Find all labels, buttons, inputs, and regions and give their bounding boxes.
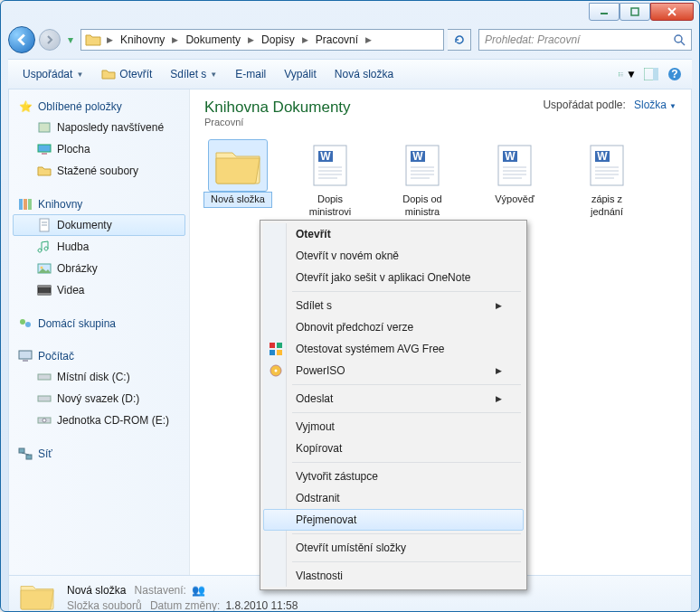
computer-header[interactable]: Počítač (13, 346, 185, 366)
status-type: Složka souborů (67, 599, 142, 612)
file-label: Dopis od ministra (389, 193, 456, 220)
search-input[interactable]: Prohledat: Pracovní (478, 29, 692, 51)
ctx-open-new-window[interactable]: Otevřít v novém okně (263, 245, 524, 267)
address-bar[interactable]: ▶ Knihovny▶ Dokumenty▶ Dopisy▶ Pracovní▶ (80, 29, 444, 51)
file-item-doc[interactable]: W Dopis od ministra (389, 140, 456, 220)
nav-forward-button[interactable] (39, 29, 61, 51)
svg-text:W: W (597, 150, 608, 163)
svg-point-31 (25, 322, 31, 327)
ctx-open-onenote[interactable]: Otevřít jako sešit v aplikaci OneNote (263, 267, 524, 288)
svg-point-4 (675, 35, 682, 42)
sidebar-item-music[interactable]: Hudba (13, 236, 185, 258)
open-button[interactable]: Otevřít (94, 63, 159, 85)
network-header[interactable]: Síť (13, 444, 185, 464)
svg-rect-1 (631, 8, 639, 15)
svg-text:W: W (505, 150, 516, 163)
ctx-properties[interactable]: Vlastnosti (263, 565, 524, 587)
drive-icon (37, 370, 52, 384)
close-button[interactable] (650, 3, 694, 21)
recent-icon (37, 120, 52, 135)
navigation-sidebar: ⭐Oblíbené položky Naposledy navštívené P… (9, 89, 190, 575)
ctx-open-location[interactable]: Otevřít umístění složky (263, 537, 524, 559)
svg-text:W: W (412, 150, 423, 163)
status-date-label: Datum změny: (150, 599, 220, 612)
nav-back-button[interactable] (8, 26, 35, 53)
sidebar-item-pictures[interactable]: Obrázky (13, 258, 185, 279)
sidebar-item-drive-d[interactable]: Nový svazek (D:) (13, 388, 185, 410)
ctx-cut[interactable]: Vyjmout (263, 416, 524, 438)
homegroup-header[interactable]: Domácí skupina (13, 314, 185, 334)
folder-icon (85, 32, 101, 48)
ctx-open[interactable]: Otevřít (263, 223, 524, 245)
email-button[interactable]: E-mail (228, 64, 273, 84)
breadcrumb-seg[interactable]: Pracovní (310, 30, 364, 50)
ctx-poweriso[interactable]: PowerISO▶ (263, 360, 524, 381)
sidebar-item-desktop[interactable]: Plocha (13, 138, 185, 160)
file-item-folder[interactable]: Nová složka (204, 140, 271, 220)
svg-rect-19 (19, 199, 23, 210)
music-icon (37, 240, 52, 254)
search-placeholder: Prohledat: Pracovní (485, 33, 580, 46)
refresh-button[interactable] (448, 29, 471, 51)
svg-rect-10 (620, 74, 623, 75)
ctx-delete[interactable]: Odstranit (263, 487, 524, 509)
ctx-rename[interactable]: Přejmenovat (263, 509, 524, 531)
svg-rect-69 (270, 343, 275, 348)
sidebar-item-downloads[interactable]: Stažené soubory (13, 160, 185, 182)
arrange-by-value[interactable]: Složka (634, 99, 667, 111)
status-name: Nová složka (67, 584, 126, 597)
svg-rect-34 (38, 374, 51, 380)
svg-line-5 (681, 42, 685, 45)
breadcrumb-seg[interactable]: Dokumenty (180, 30, 246, 50)
svg-rect-28 (38, 286, 51, 287)
favorites-header[interactable]: ⭐Oblíbené položky (13, 97, 185, 117)
preview-pane-button[interactable] (641, 64, 661, 84)
word-doc-icon: W (578, 140, 636, 191)
ctx-restore[interactable]: Obnovit předchozí verze (263, 316, 524, 338)
view-mode-button[interactable]: ▼ (618, 64, 638, 84)
sidebar-item-drive-c[interactable]: Místní disk (C:) (13, 366, 185, 388)
organize-button[interactable]: Uspořádat▼ (15, 64, 90, 84)
breadcrumb-seg[interactable]: Dopisy (256, 30, 300, 50)
file-item-doc[interactable]: W Výpověď (481, 140, 548, 220)
ctx-copy[interactable]: Kopírovat (263, 438, 524, 459)
breadcrumb-seg[interactable]: Knihovny (115, 30, 170, 50)
ctx-share[interactable]: Sdílet s▶ (263, 295, 524, 316)
svg-rect-8 (619, 75, 620, 76)
svg-line-40 (22, 453, 29, 455)
burn-button[interactable]: Vypálit (277, 64, 324, 84)
sidebar-item-recent[interactable]: Naposledy navštívené (13, 117, 185, 138)
svg-rect-9 (620, 72, 623, 73)
library-subtitle: Pracovní (204, 117, 351, 127)
drive-icon (37, 391, 52, 406)
libraries-header[interactable]: Knihovny (13, 194, 185, 214)
svg-rect-33 (23, 360, 28, 362)
svg-rect-11 (620, 76, 623, 77)
svg-rect-21 (28, 199, 32, 210)
help-button[interactable]: ? (665, 64, 685, 84)
folder-icon (209, 140, 267, 191)
sidebar-item-drive-e[interactable]: Jednotka CD-ROM (E:) (13, 410, 185, 431)
word-doc-icon: W (486, 140, 544, 191)
word-doc-icon: W (393, 140, 451, 191)
file-label: Nová složka (204, 193, 271, 207)
ctx-shortcut[interactable]: Vytvořit zástupce (263, 466, 524, 487)
file-item-doc[interactable]: W zápis z jednání (573, 140, 640, 220)
network-icon (18, 447, 33, 461)
sidebar-item-documents[interactable]: Dokumenty (13, 214, 185, 236)
svg-rect-7 (619, 74, 620, 75)
ctx-send[interactable]: Odeslat▶ (263, 388, 524, 410)
minimize-button[interactable] (589, 3, 620, 21)
cd-drive-icon (37, 413, 52, 428)
context-menu: Otevřít Otevřít v novém okně Otevřít jak… (260, 220, 527, 590)
ctx-avg[interactable]: Otestovat systémem AVG Free (263, 338, 524, 360)
arrange-by[interactable]: Uspořádat podle: Složka ▼ (543, 99, 676, 111)
share-button[interactable]: Sdílet s▼ (163, 64, 224, 84)
sidebar-item-videos[interactable]: Videa (13, 279, 185, 301)
svg-rect-13 (653, 68, 658, 80)
svg-rect-18 (42, 153, 47, 155)
new-folder-button[interactable]: Nová složka (327, 64, 401, 84)
nav-history-dropdown[interactable]: ▾ (64, 29, 77, 51)
file-item-doc[interactable]: W Dopis ministrovi (297, 140, 364, 220)
maximize-button[interactable] (620, 3, 650, 21)
